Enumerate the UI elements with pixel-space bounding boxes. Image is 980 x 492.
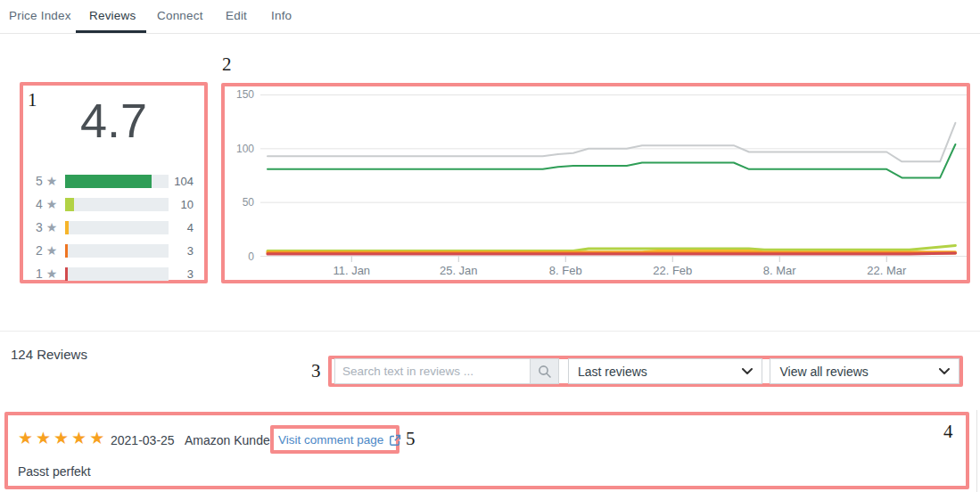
series-3-star (268, 251, 955, 252)
star-icon: ★ (46, 197, 58, 211)
review-stars: ★★★★★ (18, 428, 107, 448)
star-row-count: 104 (169, 175, 194, 188)
star-icon: ★ (46, 243, 58, 258)
star-bar-track (65, 244, 169, 258)
rating-summary-box: 4.7 5★1044★103★42★31★3 (20, 82, 208, 283)
search-group (334, 358, 559, 384)
sort-select-value: Last reviews (578, 365, 742, 379)
reviews-dashboard: Price IndexReviewsConnectEditInfo 4.7 5★… (0, 0, 980, 492)
annotation-4: 4 (943, 421, 953, 443)
x-tick-label: 22. Mar (867, 264, 907, 277)
annotation-2: 2 (222, 53, 232, 76)
y-tick-label: 0 (248, 250, 254, 263)
tab-info[interactable]: Info (271, 0, 292, 32)
star-bar-fill (65, 221, 69, 234)
x-tick-label: 25. Jan (440, 264, 478, 277)
annotation-3: 3 (311, 360, 321, 382)
search-button[interactable] (530, 358, 559, 384)
y-tick-label: 150 (236, 88, 254, 101)
sort-select[interactable]: Last reviews (568, 358, 762, 384)
tab-price-index[interactable]: Price Index (9, 0, 71, 32)
visit-comment-page-link[interactable]: Visit comment page (278, 433, 401, 447)
star-bar-fill (65, 244, 68, 258)
annotation-5: 5 (406, 428, 416, 450)
star-bar-fill (65, 198, 73, 211)
review-count-label: 124 Reviews (11, 347, 87, 362)
chevron-down-icon (939, 368, 950, 375)
star-row-count: 10 (169, 198, 194, 211)
average-rating: 4.7 (23, 93, 204, 148)
star-row-3: 3★4 (23, 216, 204, 239)
active-tab-underline (76, 30, 146, 33)
y-tick-label: 100 (236, 143, 254, 155)
star-row-4: 4★10 (23, 193, 204, 216)
series-5-star (268, 144, 955, 177)
tab-connect[interactable]: Connect (157, 0, 203, 32)
filter-select[interactable]: View all reviews (770, 358, 959, 384)
external-link-icon (389, 434, 401, 447)
star-row-1: 1★3 (23, 262, 204, 285)
page-edge-line (976, 410, 977, 492)
star-row-number: 5 (36, 174, 43, 188)
tab-edit[interactable]: Edit (226, 0, 247, 32)
review-row-box (4, 412, 969, 489)
reviews-chart-box: 05010015011. Jan25. Jan8. Feb22. Feb8. M… (221, 83, 970, 283)
x-tick-label: 22. Feb (653, 264, 692, 277)
star-icon: ★ (46, 266, 58, 281)
star-row-count: 4 (169, 221, 194, 234)
search-icon (538, 365, 552, 379)
star-bar-fill (65, 267, 68, 281)
tab-reviews[interactable]: Reviews (89, 0, 136, 32)
star-row-2: 2★3 (23, 239, 204, 262)
x-tick-label: 11. Jan (333, 264, 370, 277)
review-text: Passt perfekt (18, 464, 91, 479)
series-total-reviews (268, 123, 955, 161)
tab-bar: Price IndexReviewsConnectEditInfo (0, 0, 980, 34)
star-row-number: 3 (36, 220, 43, 234)
star-bar-track (65, 267, 169, 281)
star-icon: ★ (46, 220, 58, 234)
search-input[interactable] (334, 358, 530, 384)
series-1-star (268, 253, 955, 254)
section-divider (0, 331, 980, 332)
star-bar-track (65, 198, 169, 211)
review-controls: Last reviews View all reviews (328, 356, 963, 387)
star-row-number: 1 (36, 266, 43, 281)
series-4-star (268, 245, 955, 250)
star-row-number: 4 (36, 197, 43, 211)
star-bar-track (65, 175, 169, 188)
star-breakdown: 5★1044★103★42★31★3 (23, 169, 204, 285)
star-row-number: 2 (36, 243, 43, 258)
chevron-down-icon (742, 368, 753, 375)
filter-select-value: View all reviews (779, 365, 939, 379)
y-tick-label: 50 (243, 196, 255, 209)
star-row-count: 3 (169, 267, 194, 281)
x-tick-label: 8. Mar (763, 264, 797, 277)
star-row-5: 5★104 (23, 169, 204, 193)
star-row-count: 3 (169, 244, 194, 258)
review-author: Amazon Kunde (185, 433, 270, 447)
x-tick-label: 8. Feb (549, 264, 582, 277)
star-bar-fill (65, 175, 152, 188)
reviews-line-chart: 05010015011. Jan25. Jan8. Feb22. Feb8. M… (225, 86, 967, 280)
annotation-1: 1 (28, 89, 37, 111)
review-date: 2021-03-25 (111, 433, 175, 447)
star-icon: ★ (46, 174, 58, 188)
visit-comment-page-label: Visit comment page (278, 433, 383, 447)
star-bar-track (65, 221, 169, 234)
